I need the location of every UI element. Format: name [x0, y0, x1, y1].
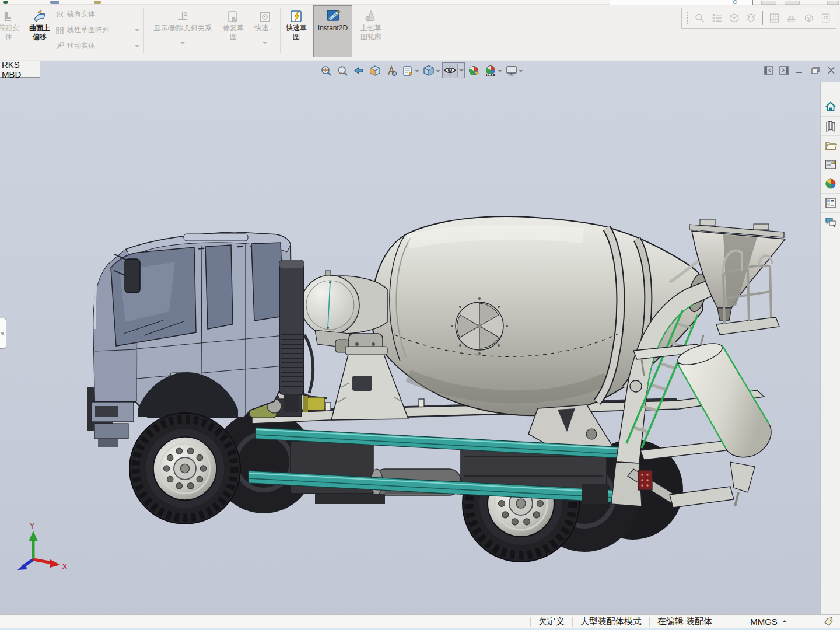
custom-properties-icon	[824, 197, 837, 209]
featuremanager-collapsed-tab[interactable]	[0, 318, 6, 349]
partial-icon	[50, 1, 60, 4]
dropdown-caret[interactable]	[262, 42, 267, 44]
model-canvas: Y X	[0, 61, 840, 614]
units-selector[interactable]: MMGS	[720, 617, 817, 626]
taskpane-appearances-button[interactable]	[821, 174, 840, 194]
ribbon-separator	[280, 8, 281, 53]
rapid-sketch-button[interactable]: 快速草 图	[282, 6, 311, 58]
search-box-cut-off[interactable]	[610, 0, 753, 5]
toolbar-drag-handle[interactable]	[687, 10, 688, 26]
repair-sketch-button[interactable]: 修复草 图	[218, 6, 249, 58]
shaded-sketch-contours-button[interactable]: 上色草 图轮廓	[355, 6, 387, 58]
mirror-entities-button[interactable]: 镜向实体	[55, 8, 144, 21]
forum-icon	[824, 216, 837, 229]
instant2d-button[interactable]: Instant2D	[313, 5, 352, 57]
view-settings-button[interactable]	[504, 63, 523, 78]
dropdown-caret[interactable]	[436, 70, 440, 72]
button-label: 镜向实体	[67, 10, 95, 19]
button-label: 修复草	[223, 24, 244, 33]
hide-show-items-eye-icon	[443, 63, 457, 78]
annotation-views-icon[interactable]	[384, 63, 398, 78]
collapse-right-pane-icon[interactable]	[779, 65, 789, 75]
instant2d-icon	[325, 8, 341, 24]
cube-outline-icon[interactable]	[803, 12, 814, 24]
dropdown-caret[interactable]	[135, 29, 139, 32]
document-window-controls	[763, 65, 836, 75]
dropdown-caret[interactable]	[135, 45, 139, 47]
tail-light	[638, 470, 652, 490]
list-icon[interactable]	[712, 12, 723, 24]
editing-state: 在编辑 装配体	[650, 616, 720, 627]
offset-on-surface-button[interactable]: 曲面上 偏移	[24, 6, 55, 58]
button-label: 移动实体	[67, 41, 95, 50]
triad-x-label: X	[62, 561, 68, 571]
task-pane	[820, 82, 840, 614]
shaded-sketch-contours-icon	[363, 8, 379, 24]
front-wheel[interactable]	[130, 413, 240, 524]
close-window-icon[interactable]	[826, 65, 836, 75]
taskpane-home-button[interactable]	[821, 97, 840, 117]
mudflap	[582, 484, 608, 504]
hide-show-items-button[interactable]	[442, 62, 465, 78]
restore-window-icon[interactable]	[810, 65, 821, 75]
graphics-viewport[interactable]: Y X	[0, 61, 840, 614]
button-label: 上色草	[360, 24, 382, 33]
dropdown-caret[interactable]	[180, 42, 185, 44]
dropdown-caret[interactable]	[498, 70, 502, 72]
apply-scene-button[interactable]	[483, 63, 502, 78]
apply-scene-icon	[483, 63, 498, 78]
home-icon	[824, 100, 837, 113]
minimize-window-icon[interactable]	[794, 65, 805, 75]
section-view-icon[interactable]	[368, 63, 382, 78]
partial-icon	[3, 1, 8, 4]
search-icon	[733, 0, 737, 4]
offset-entities-button[interactable]: 等距实 体	[0, 6, 27, 58]
quick-snaps-button[interactable]: 快速…	[251, 6, 278, 58]
dropdown-caret[interactable]	[415, 70, 419, 72]
display-delete-relations-button[interactable]: 显示/删除几何关系	[148, 6, 218, 58]
previous-view-icon[interactable]	[351, 63, 366, 78]
discharge-chute[interactable]	[676, 335, 771, 506]
taskpane-custom-properties-button[interactable]	[821, 194, 840, 213]
zoom-fit-icon[interactable]	[318, 63, 333, 78]
display-style-button[interactable]	[421, 63, 440, 78]
display-delete-relations-icon	[176, 8, 190, 24]
linear-sketch-pattern-button[interactable]: 线性草图阵列	[55, 23, 144, 37]
view-settings-monitor-icon	[504, 63, 519, 78]
zoom-area-icon[interactable]	[335, 63, 349, 78]
taskpane-design-library-button[interactable]	[821, 117, 840, 136]
hide-show-items-dropdown[interactable]	[457, 64, 464, 77]
rapid-sketch-icon	[289, 8, 304, 24]
offset-on-surface-icon	[32, 8, 47, 24]
print3d-icon[interactable]	[786, 12, 797, 24]
view-orientation-button[interactable]	[400, 63, 419, 78]
tag-button[interactable]	[817, 617, 840, 626]
file-explorer-icon	[824, 139, 837, 152]
taskpane-file-explorer-button[interactable]	[821, 136, 840, 155]
taskbar-edge	[0, 628, 840, 630]
menu-bar-cut-off	[0, 0, 840, 5]
mixer-truck-model[interactable]: Y X	[18, 216, 785, 571]
tab-solidworks-mbd[interactable]: RKS MBD	[0, 61, 40, 78]
button-label: 图	[230, 33, 237, 41]
move-entities-button[interactable]: 移动实体	[55, 39, 144, 52]
taskpane-forum-button[interactable]	[821, 213, 840, 232]
dropdown-caret[interactable]	[519, 70, 523, 72]
collapse-left-pane-icon[interactable]	[763, 65, 774, 75]
view-palette-icon	[824, 158, 837, 171]
taskpane-view-palette-button[interactable]	[821, 155, 840, 174]
part-cube-icon[interactable]	[729, 12, 740, 24]
edit-appearance-icon[interactable]	[467, 63, 481, 78]
appearances-icon	[824, 177, 837, 190]
definition-state: 欠定义	[531, 616, 572, 627]
display-style-icon	[421, 63, 436, 78]
ribbon-separator	[144, 8, 144, 53]
repair-sketch-icon	[226, 8, 240, 24]
pattern-grid-icon[interactable]	[769, 12, 780, 24]
units-label: MMGS	[750, 617, 778, 626]
units-caret-icon	[782, 620, 787, 622]
zoom-select-icon[interactable]	[694, 12, 705, 24]
properties-form-icon[interactable]	[820, 12, 831, 24]
button-label: 图	[293, 33, 300, 41]
open-cube-icon[interactable]	[746, 12, 757, 24]
